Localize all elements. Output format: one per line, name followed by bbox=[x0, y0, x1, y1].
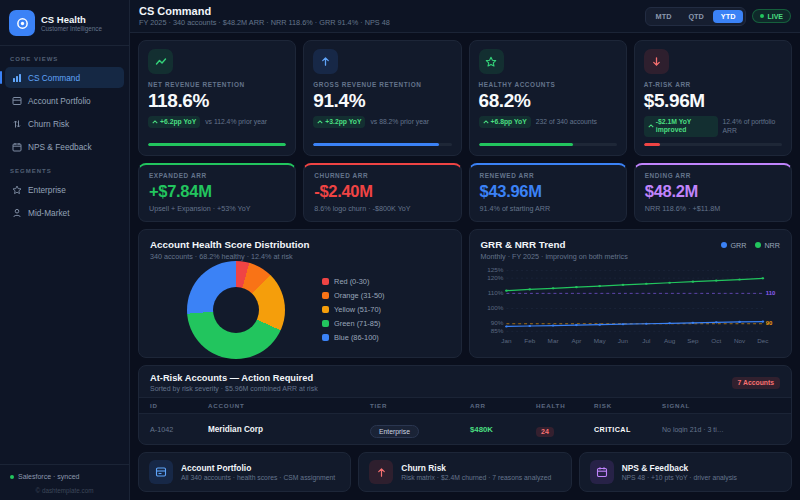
legend-item-nrr: NRR bbox=[755, 241, 780, 250]
svg-text:110%: 110% bbox=[487, 291, 503, 296]
rows-icon bbox=[11, 96, 22, 106]
column-header-id: ID bbox=[150, 402, 208, 409]
arr-value: -$2.40M bbox=[314, 182, 450, 201]
legend-item: Yellow (51-70) bbox=[322, 305, 449, 314]
sidebar-item-label: Account Portfolio bbox=[28, 96, 91, 106]
kpi-caption: 232 of 340 accounts bbox=[536, 116, 597, 127]
column-header-risk: RISK bbox=[594, 402, 662, 409]
arr-row: EXPANDED ARR +$7.84M Upsell + Expansion … bbox=[138, 163, 792, 222]
yoy-badge: +3.2pp YoY bbox=[313, 116, 365, 128]
live-badge: LIVE bbox=[752, 9, 791, 23]
page-subtitle: FY 2025 · 340 accounts · $48.2M ARR · NR… bbox=[139, 18, 390, 27]
shortcut-title: Account Portfolio bbox=[181, 463, 335, 473]
range-qtd-button[interactable]: QTD bbox=[680, 10, 711, 23]
sidebar-item-cs-command[interactable]: CS Command bbox=[5, 67, 124, 88]
health-score-badge: 24 bbox=[536, 427, 554, 437]
column-header-health: HEALTH bbox=[536, 402, 594, 409]
star-icon bbox=[11, 185, 22, 195]
shortcut-title: NPS & Feedback bbox=[622, 463, 737, 473]
chart-title: GRR & NRR Trend bbox=[481, 239, 628, 250]
sidebar-item-churn-risk[interactable]: Churn Risk bbox=[5, 113, 124, 134]
table-row[interactable]: A-1042 Meridian Corp Enterprise $480K 24… bbox=[139, 414, 791, 444]
legend-item: Green (71-85) bbox=[322, 319, 449, 328]
range-ytd-button[interactable]: YTD bbox=[713, 10, 744, 23]
column-header-arr: ARR bbox=[470, 402, 536, 409]
nav-section-segments: SEGMENTS bbox=[10, 168, 119, 174]
svg-text:100%: 100% bbox=[487, 306, 503, 311]
trend-up-icon bbox=[148, 49, 173, 74]
sidebar-item-label: CS Command bbox=[28, 73, 80, 83]
health-distribution-card: Account Health Score Distribution 340 ac… bbox=[138, 229, 462, 358]
shortcut-caption: All 340 accounts · health scores · CSM a… bbox=[181, 474, 335, 481]
arr-label: ENDING ARR bbox=[645, 172, 781, 179]
cell-signal: No login 21d · 3 ti… bbox=[662, 426, 780, 433]
legend-item: Red (0-30) bbox=[322, 277, 449, 286]
cell-account: Meridian Corp bbox=[208, 425, 370, 434]
live-label: LIVE bbox=[767, 13, 783, 20]
trend-legend: GRR NRR bbox=[721, 239, 780, 250]
person-icon bbox=[11, 208, 22, 218]
shortcut-account-portfolio[interactable]: Account Portfolio All 340 accounts · hea… bbox=[138, 452, 351, 492]
svg-text:Jun: Jun bbox=[617, 338, 627, 343]
shortcut-caption: Risk matrix · $2.4M churned · 7 reasons … bbox=[401, 474, 551, 481]
range-segmented-control: MTD QTD YTD bbox=[645, 7, 747, 26]
svg-text:Aug: Aug bbox=[663, 338, 674, 343]
brand: CS Health Customer Intelligence bbox=[0, 0, 129, 46]
sidebar-item-label: Churn Risk bbox=[28, 119, 69, 129]
svg-text:90: 90 bbox=[765, 321, 772, 326]
sidebar-item-enterprise[interactable]: Enterprise bbox=[5, 179, 124, 200]
sidebar-footer: Salesforce · synced © dashtemplate.com bbox=[0, 464, 129, 500]
star-icon bbox=[479, 49, 504, 74]
svg-text:Jul: Jul bbox=[642, 338, 650, 343]
chart-title: Account Health Score Distribution bbox=[150, 239, 450, 250]
arr-label: CHURNED ARR bbox=[314, 172, 450, 179]
legend-item: Blue (86-100) bbox=[322, 333, 449, 342]
range-mtd-button[interactable]: MTD bbox=[648, 10, 680, 23]
sidebar-item-account-portfolio[interactable]: Account Portfolio bbox=[5, 90, 124, 111]
calendar-icon bbox=[590, 460, 614, 484]
yoy-badge: -$2.1M YoY improved bbox=[644, 116, 718, 137]
svg-text:110: 110 bbox=[765, 291, 775, 296]
kpi-card-at-risk-arr: AT-RISK ARR $5.96M -$2.1M YoY improved 1… bbox=[634, 40, 792, 156]
arrow-up-icon bbox=[369, 460, 393, 484]
kpi-label: NET REVENUE RETENTION bbox=[148, 81, 286, 88]
charts-row: Account Health Score Distribution 340 ac… bbox=[138, 229, 792, 358]
app-name: CS Health bbox=[41, 14, 102, 26]
arrow-up-icon bbox=[313, 49, 338, 74]
calendar-icon bbox=[11, 142, 22, 152]
kpi-progress-bar bbox=[644, 143, 782, 146]
table-subtitle: Sorted by risk severity · $5.96M combine… bbox=[150, 385, 318, 392]
column-header-tier: TIER bbox=[370, 402, 470, 409]
watermark: © dashtemplate.com bbox=[10, 487, 119, 494]
svg-text:90%: 90% bbox=[490, 321, 503, 326]
bar-chart-icon bbox=[11, 73, 22, 83]
chart-subtitle: 340 accounts · 68.2% healthy · 12.4% at … bbox=[150, 252, 450, 261]
sync-status-label: Salesforce · synced bbox=[18, 473, 79, 480]
main-area: CS Command FY 2025 · 340 accounts · $48.… bbox=[130, 0, 800, 500]
legend-item-grr: GRR bbox=[721, 241, 746, 250]
shortcut-caption: NPS 48 · +10 pts YoY · driver analysis bbox=[622, 474, 737, 481]
sidebar-item-mid-market[interactable]: Mid-Market bbox=[5, 202, 124, 223]
live-dot-icon bbox=[760, 14, 764, 18]
shortcut-nps-feedback[interactable]: NPS & Feedback NPS 48 · +10 pts YoY · dr… bbox=[579, 452, 792, 492]
arr-card-renewed: RENEWED ARR $43.96M 91.4% of starting AR… bbox=[469, 163, 627, 222]
sidebar-item-nps-feedback[interactable]: NPS & Feedback bbox=[5, 136, 124, 157]
svg-text:85%: 85% bbox=[490, 328, 503, 333]
cell-arr: $480K bbox=[470, 425, 536, 434]
shortcut-churn-risk[interactable]: Churn Risk Risk matrix · $2.4M churned ·… bbox=[358, 452, 571, 492]
svg-text:120%: 120% bbox=[487, 275, 503, 280]
kpi-label: AT-RISK ARR bbox=[644, 81, 782, 88]
at-risk-table-card: At-Risk Accounts — Action Required Sorte… bbox=[138, 365, 792, 445]
grr-nrr-trend-card: GRR & NRR Trend Monthly · FY 2025 · impr… bbox=[469, 229, 793, 358]
kpi-label: HEALTHY ACCOUNTS bbox=[479, 81, 617, 88]
arr-caption: 8.6% logo churn · -$800K YoY bbox=[314, 204, 450, 213]
accounts-count-badge: 7 Accounts bbox=[732, 377, 780, 389]
arr-caption: 91.4% of starting ARR bbox=[480, 204, 616, 213]
svg-text:Dec: Dec bbox=[757, 338, 768, 343]
kpi-caption: vs 88.2% prior year bbox=[370, 116, 429, 127]
table-header-row: ID ACCOUNT TIER ARR HEALTH RISK SIGNAL bbox=[139, 397, 791, 414]
kpi-progress-bar bbox=[148, 143, 286, 146]
app-tagline: Customer Intelligence bbox=[41, 25, 102, 32]
health-donut-chart bbox=[187, 261, 285, 359]
kpi-value: $5.96M bbox=[644, 90, 782, 112]
